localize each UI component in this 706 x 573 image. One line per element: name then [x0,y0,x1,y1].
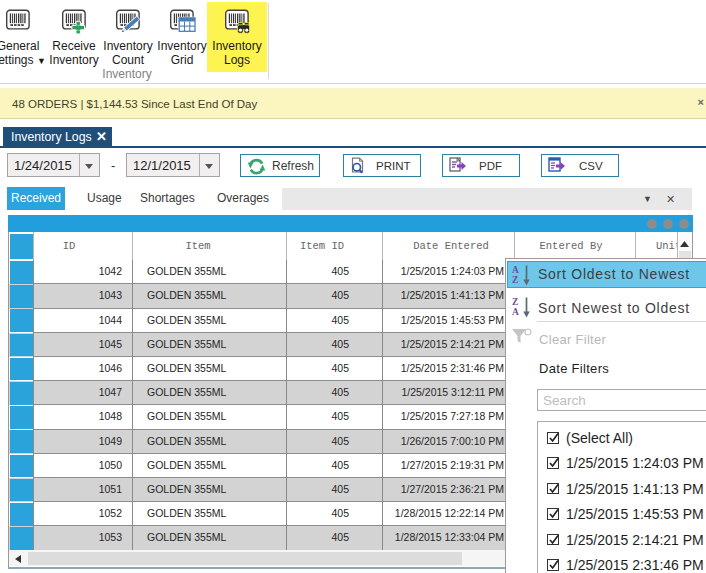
svg-text:Z: Z [512,297,518,307]
svg-text:Z: Z [512,275,518,285]
svg-text:A: A [512,307,519,317]
svg-text:A: A [512,265,519,275]
